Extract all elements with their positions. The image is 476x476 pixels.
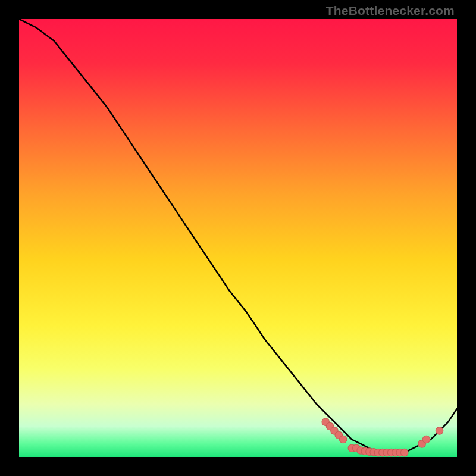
chart-frame: TheBottlenecker.com [0,0,476,476]
watermark-text: TheBottlenecker.com [326,4,455,18]
background-gradient [19,19,457,457]
plot-area [19,19,457,457]
svg-rect-0 [19,19,457,457]
